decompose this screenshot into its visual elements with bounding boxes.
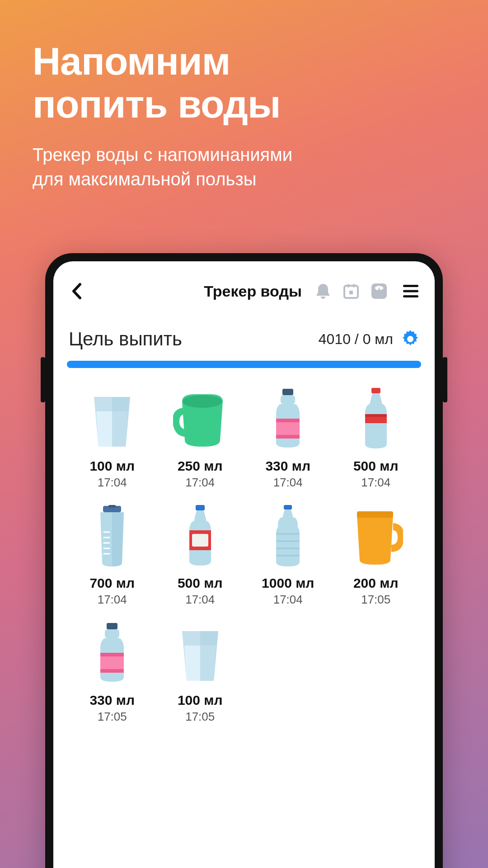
water-entry[interactable]: 700 мл17:04 <box>70 505 155 607</box>
bottle-pink-icon <box>261 388 315 451</box>
bottle-label-icon <box>173 505 227 568</box>
entry-time: 17:05 <box>185 710 215 724</box>
bottle-large-icon <box>261 505 315 568</box>
gear-icon <box>401 330 419 348</box>
promo-title-line2: попить воды <box>33 82 280 126</box>
entries-grid: 100 мл17:04250 мл17:04330 мл17:04500 мл1… <box>67 388 421 724</box>
glass-icon <box>85 388 139 451</box>
svg-rect-6 <box>403 285 418 287</box>
settings-button[interactable] <box>401 330 419 348</box>
calendar-button[interactable] <box>342 282 361 301</box>
water-entry[interactable]: 330 мл17:05 <box>70 622 155 724</box>
calendar-icon <box>343 283 359 299</box>
phone-button-right <box>443 357 447 402</box>
entry-amount: 500 мл <box>353 458 399 474</box>
screen-title: Трекер воды <box>204 283 302 300</box>
entry-amount: 1000 мл <box>262 576 314 591</box>
screen: Трекер воды <box>53 261 435 868</box>
water-entry[interactable]: 1000 мл17:04 <box>245 505 331 607</box>
mug-green-icon <box>173 388 227 451</box>
phone-frame: Трекер воды <box>45 253 443 868</box>
bottle-red-icon <box>349 388 403 451</box>
entry-amount: 100 мл <box>178 693 223 708</box>
entry-amount: 330 мл <box>89 693 135 708</box>
chevron-left-icon <box>71 283 82 300</box>
goal-label: Цель выпить <box>69 328 182 350</box>
entry-time: 17:04 <box>273 476 303 490</box>
mug-orange-icon <box>349 505 403 568</box>
svg-rect-1 <box>347 284 349 288</box>
promo-title-line1: Напомним <box>33 39 230 83</box>
goal-row: Цель выпить 4010 / 0 мл <box>67 328 421 350</box>
water-entry[interactable]: 250 мл17:04 <box>158 388 243 490</box>
entry-time: 17:04 <box>273 593 303 607</box>
water-entry[interactable]: 200 мл17:05 <box>333 505 419 607</box>
promo-title: Напомним попить воды <box>0 0 488 125</box>
entry-time: 17:04 <box>185 593 215 607</box>
scale-button[interactable] <box>370 282 389 301</box>
goal-value: 4010 / 0 мл <box>319 331 393 348</box>
scale-icon <box>371 283 388 300</box>
entry-amount: 700 мл <box>89 576 135 591</box>
entry-time: 17:05 <box>98 710 127 724</box>
svg-rect-4 <box>371 283 387 299</box>
notifications-button[interactable] <box>314 282 333 301</box>
topbar-icons <box>314 282 389 301</box>
entry-time: 17:04 <box>361 476 390 490</box>
entry-amount: 500 мл <box>178 576 223 591</box>
topbar: Трекер воды <box>67 277 421 306</box>
shaker-icon <box>85 505 139 568</box>
entry-amount: 200 мл <box>353 576 399 591</box>
entry-amount: 100 мл <box>89 458 135 474</box>
entry-time: 17:04 <box>185 476 215 490</box>
water-entry[interactable]: 100 мл17:05 <box>158 622 243 724</box>
water-entry[interactable]: 500 мл17:04 <box>158 505 243 607</box>
bottle-pink-icon <box>85 622 139 685</box>
water-entry[interactable]: 500 мл17:04 <box>333 388 419 490</box>
phone-button-left <box>41 357 45 402</box>
goal-progress-bar <box>67 361 421 368</box>
glass-icon <box>173 622 227 685</box>
water-entry[interactable]: 100 мл17:04 <box>70 388 155 490</box>
svg-rect-8 <box>403 295 418 297</box>
promo-subtitle-line2: для максимальной пользы <box>33 169 257 189</box>
promo-subtitle-line1: Трекер воды с напоминаниями <box>33 145 292 165</box>
water-entry[interactable]: 330 мл17:04 <box>245 388 331 490</box>
entry-time: 17:04 <box>98 593 127 607</box>
entry-time: 17:05 <box>361 593 390 607</box>
entry-amount: 330 мл <box>265 458 310 474</box>
svg-rect-3 <box>349 291 353 294</box>
back-button[interactable] <box>67 282 86 301</box>
bell-icon <box>315 282 331 300</box>
svg-rect-2 <box>353 284 355 288</box>
menu-button[interactable] <box>400 281 421 302</box>
svg-rect-7 <box>403 290 418 292</box>
svg-point-9 <box>407 336 413 342</box>
menu-icon <box>402 284 419 298</box>
entry-amount: 250 мл <box>178 458 223 474</box>
svg-rect-5 <box>379 288 380 290</box>
entry-time: 17:04 <box>98 476 127 490</box>
promo-subtitle: Трекер воды с напоминаниями для максимал… <box>0 125 488 191</box>
